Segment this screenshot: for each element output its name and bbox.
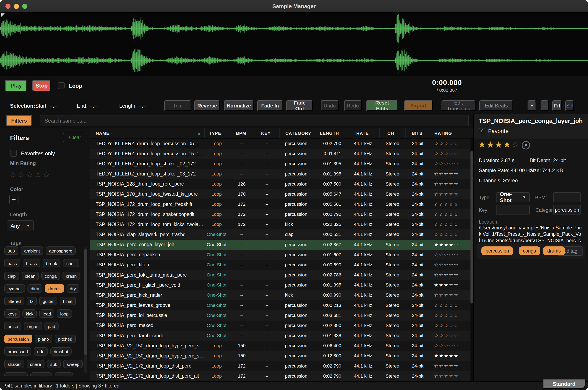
- tag-filter-cymbal[interactable]: cymbal: [4, 284, 25, 292]
- edit-beats-button[interactable]: Edit Beats: [479, 100, 513, 111]
- tag-filter-guitar[interactable]: guitar: [39, 297, 57, 305]
- reverse-button[interactable]: Reverse: [194, 100, 220, 111]
- tag-filter-snare[interactable]: snare: [27, 360, 45, 368]
- play-button[interactable]: Play: [5, 80, 27, 92]
- table-row[interactable]: TSP_NOISIA_clap_slagwerk_perc_trashdOne-…: [90, 229, 473, 240]
- tag-filter-filtered[interactable]: filtered: [4, 297, 24, 305]
- clear-filters-button[interactable]: Clear: [63, 133, 87, 142]
- column-header-category[interactable]: CATEGORY: [279, 128, 314, 138]
- table-row[interactable]: TSP_NOISIA_172_drum_loop_shakerloopeditL…: [90, 209, 473, 219]
- table-row[interactable]: TSP_NOISIA_V2_172_drum_loop_dist_percLoo…: [90, 361, 473, 371]
- sidebar-scrollbar[interactable]: [84, 247, 87, 373]
- stop-button[interactable]: Stop: [32, 80, 51, 92]
- search-input[interactable]: [40, 115, 469, 126]
- table-row[interactable]: TSP_NOISIA_perc_maxedOne-Shot----percuss…: [90, 321, 473, 331]
- favorite-checkbox[interactable]: ✓: [479, 128, 485, 134]
- table-row[interactable]: TEDDY_KILLERZ_drum_loop_percussion_15_17…: [90, 148, 473, 159]
- key-field[interactable]: [496, 205, 530, 215]
- tag-filter-noise[interactable]: noise: [4, 322, 21, 330]
- tag-filter-shaker[interactable]: shaker: [4, 360, 24, 368]
- tag-filter-sub[interactable]: sub: [47, 360, 61, 368]
- table-row[interactable]: TSP_NOISIA_perc_filterrOne-Shot----percu…: [90, 260, 473, 270]
- tag-filter-dirty[interactable]: dirty: [28, 284, 43, 292]
- tag-filter-keys[interactable]: keys: [4, 309, 20, 318]
- tag-filter-hihat[interactable]: hihat: [60, 297, 76, 305]
- favorites-only-checkbox[interactable]: [10, 150, 17, 157]
- table-row[interactable]: TSP_NOISIA_perc_leaves_grooveOne-Shot---…: [90, 300, 473, 310]
- detail-tag-percussion[interactable]: percussion: [481, 246, 513, 255]
- table-row[interactable]: TSP_NOISIA_perc_hi_glitch_perc_voidOne-S…: [90, 280, 473, 290]
- tag-filter-conga[interactable]: conga: [41, 272, 60, 280]
- table-row[interactable]: TSP_NOISIA_V2_172_drum_loop_dist_perc_al…: [90, 371, 473, 381]
- column-header-bpm[interactable]: BPM: [229, 128, 255, 138]
- tag-filter-cutoff[interactable]: [4, 372, 28, 376]
- type-dropdown[interactable]: One-Shot ▼: [496, 192, 530, 202]
- table-row[interactable]: TEDDY_KILLERZ_drum_loop_shaker_03_172Loo…: [90, 169, 473, 179]
- table-row[interactable]: TSP_NOISIA_V2_150_drum_loop_hype_perc_sh…: [90, 341, 473, 351]
- table-row[interactable]: TSP_NOISIA_perc_tamb_crudeOne-Shot----pe…: [90, 331, 473, 341]
- table-row[interactable]: TEDDY_KILLERZ_drum_loop_percussion_05_17…: [90, 139, 473, 148]
- table-row[interactable]: TSP_NOISIA_V2_150_drum_loop_hype_perc_sh…: [90, 351, 473, 361]
- column-header-key[interactable]: KEY: [255, 128, 279, 138]
- reset-edits-button[interactable]: Reset Edits: [366, 100, 398, 111]
- fit-button[interactable]: Fit: [552, 100, 562, 111]
- column-header-rate[interactable]: RATE: [347, 128, 379, 138]
- tag-filter-pitched[interactable]: pitched: [55, 335, 76, 343]
- detail-rating-stars[interactable]: ★★★★☆: [478, 139, 520, 150]
- tag-filter-cutoff[interactable]: [30, 372, 52, 376]
- tag-filter-lead[interactable]: lead: [39, 309, 54, 318]
- tag-filter-cutoff[interactable]: [54, 372, 73, 376]
- table-row[interactable]: TSP_NOISIA_128_drum_loop_rere_percLoop12…: [90, 179, 473, 189]
- tag-filter-brass[interactable]: brass: [23, 259, 40, 267]
- column-header-ch[interactable]: CH: [379, 128, 406, 138]
- column-header-rating[interactable]: RATING: [430, 128, 473, 138]
- normalize-button[interactable]: Normalize: [224, 100, 254, 111]
- waveform-channel-right[interactable]: [0, 45, 588, 76]
- column-header-type[interactable]: TYPE: [204, 128, 229, 138]
- waveform-channel-left[interactable]: [0, 13, 588, 45]
- min-rating-stars[interactable]: ☆☆☆☆☆: [9, 170, 51, 179]
- tag-filter-sweep[interactable]: sweep: [63, 360, 83, 368]
- tag-filter-crash[interactable]: crash: [63, 272, 80, 280]
- tag-filter-processed[interactable]: processed: [4, 347, 31, 356]
- column-header-bits[interactable]: BITS: [406, 128, 430, 138]
- tag-filter-clean[interactable]: clean: [22, 272, 39, 280]
- tag-filter-bass[interactable]: bass: [4, 259, 20, 267]
- waveform-display[interactable]: [0, 13, 588, 76]
- table-row[interactable]: TSP_NOISIA_perc_conga_layer_johOne-Shot-…: [90, 240, 473, 250]
- tag-filter-ambient[interactable]: ambient: [21, 246, 43, 255]
- sel-zoom-button[interactable]: Sel: [565, 100, 574, 111]
- filters-toggle-button[interactable]: Filters: [6, 115, 32, 126]
- export-button[interactable]: Export: [404, 100, 433, 111]
- add-color-button[interactable]: +: [9, 195, 18, 204]
- redo-button[interactable]: Redo: [344, 100, 362, 111]
- tag-filter-808[interactable]: 808: [4, 246, 18, 255]
- tag-filter-drums[interactable]: drums: [45, 284, 64, 292]
- tag-filter-break[interactable]: break: [43, 259, 61, 267]
- table-scrollbar-thumb[interactable]: [470, 151, 473, 303]
- table-row[interactable]: TSP_NOISIA_172_drum_loop_perc_freqshiftL…: [90, 199, 473, 209]
- loop-checkbox[interactable]: [58, 82, 65, 89]
- bpm-field[interactable]: [553, 192, 581, 202]
- column-header-name[interactable]: NAME▲: [90, 128, 204, 138]
- table-row[interactable]: TSP_NOISIA_perc_kick_rattlerOne-Shot----…: [90, 290, 473, 300]
- tag-filter-rimshot[interactable]: rimshot: [50, 347, 72, 356]
- detail-tag-conga[interactable]: conga: [519, 246, 540, 255]
- trim-button[interactable]: Trim: [164, 100, 191, 111]
- tag-filter-ride[interactable]: ride: [34, 347, 48, 356]
- table-row[interactable]: TSP_NOISIA_perc_lol_percussieOne-Shot---…: [90, 310, 473, 321]
- length-dropdown[interactable]: Any ▼: [7, 220, 34, 231]
- tag-filter-piano[interactable]: piano: [35, 335, 52, 343]
- table-row[interactable]: TSP_NOISIA_172_drum_loop_tom_kicks_twola…: [90, 219, 473, 229]
- column-header-length[interactable]: LENGTH: [314, 128, 347, 138]
- sidebar-scrollbar-thumb[interactable]: [84, 249, 87, 355]
- tag-filter-pad[interactable]: pad: [45, 322, 58, 330]
- undo-button[interactable]: Undo: [321, 100, 339, 111]
- tag-filter-clap[interactable]: clap: [4, 272, 19, 280]
- detail-tag-drums[interactable]: drums: [543, 246, 565, 255]
- tag-filter-percussion[interactable]: percussion: [4, 335, 32, 343]
- fade-out-button[interactable]: Fade Out: [286, 100, 313, 111]
- playhead-marker-icon[interactable]: [1, 13, 5, 17]
- zoom-in-button[interactable]: +: [528, 100, 536, 111]
- edit-transients-button[interactable]: Edit Transients: [442, 100, 476, 111]
